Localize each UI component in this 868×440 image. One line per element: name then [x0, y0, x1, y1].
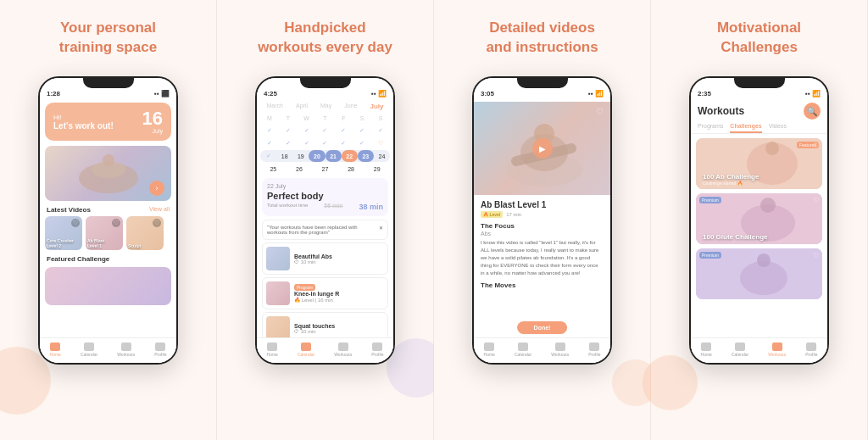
workouts-page-title: Workouts — [698, 105, 744, 117]
workouts-tabs: Programs Challenges Videos — [691, 123, 827, 134]
challenge-card-2[interactable]: Premium ♡ 100 Glute Challenge — [696, 193, 822, 244]
cal-cell-3-1 — [260, 150, 276, 162]
thumb-label-3: Sculpt — [128, 243, 141, 248]
search-button[interactable]: 🔍 — [804, 103, 821, 120]
cal-cell-3-8: 24 — [374, 150, 390, 162]
video-thumb-2[interactable]: ♡ Ab BlastLevel 1 — [86, 216, 123, 250]
nav-calendar-label-4: Calendar — [732, 352, 748, 357]
nav-workouts-1[interactable]: Workouts — [117, 343, 135, 357]
done-button[interactable]: Done! — [517, 321, 568, 334]
nav-home-label-4: Home — [701, 352, 712, 357]
tab-programs[interactable]: Programs — [698, 123, 723, 133]
month-june[interactable]: June — [344, 103, 357, 110]
month-july[interactable]: July — [370, 103, 383, 110]
play-button[interactable]: ▶ — [532, 138, 553, 159]
day-s2: S — [372, 112, 389, 124]
cal-cell-1-5 — [335, 125, 352, 136]
p1-header-left: Hi! Let's work out! — [53, 114, 114, 131]
cal-cell-4-1: 25 — [264, 163, 281, 175]
signal-icons-1: ▪▪ ⬛ — [154, 90, 170, 97]
panel-motivational-challenges: Motivational Challenges 2:35 ▪▪ 📶 Workou… — [651, 0, 868, 440]
month-may[interactable]: May — [320, 103, 331, 110]
workouts-header: Workouts 🔍 — [691, 99, 827, 123]
close-notification-icon[interactable]: ✕ — [379, 225, 383, 231]
month-april[interactable]: April — [296, 103, 308, 110]
heart-icon-1[interactable]: ♡ — [71, 219, 80, 227]
phone-screen-4: 2:35 ▪▪ 📶 Workouts 🔍 Programs Challenges… — [691, 78, 827, 363]
challenge-heart-1[interactable]: ♡ — [813, 142, 819, 149]
signal-icons-3: ▪▪ 📶 — [588, 90, 604, 97]
cal-cell-3-6[interactable]: 22 — [342, 150, 358, 162]
cal-cell-2-4 — [316, 137, 333, 149]
cal-cell-2-3 — [298, 137, 315, 149]
nav-profile-label-1: Profile — [154, 352, 166, 357]
home-icon-1 — [50, 343, 60, 351]
day-s1: S — [353, 112, 370, 124]
video-heart-icon[interactable]: ♡ — [596, 107, 604, 116]
workout-detail-content: Ab Blast Level 1 🔥 Level 17 min The Focu… — [474, 195, 610, 294]
premium-badge-3: Premium — [699, 252, 721, 259]
nav-calendar-label-3: Calendar — [515, 352, 531, 357]
nav-home-2[interactable]: Home — [267, 343, 278, 357]
cal-cell-3-4[interactable]: 20 — [309, 150, 325, 162]
view-all-link[interactable]: View all — [149, 206, 170, 214]
challenge-heart-2[interactable]: ♡ — [813, 197, 819, 204]
nav-calendar-1[interactable]: Calendar — [81, 343, 97, 357]
nav-profile-1[interactable]: Profile — [154, 343, 166, 357]
tab-videos[interactable]: Videos — [769, 123, 787, 133]
cal-cell-1-1 — [261, 125, 278, 136]
nav-profile-3[interactable]: Profile — [588, 343, 600, 357]
challenge-card-3[interactable]: Premium ♡ — [696, 248, 822, 299]
challenge-heart-3[interactable]: ♡ — [813, 252, 819, 259]
cal-row-3: 18 19 20 21 22 23 24 — [260, 150, 390, 162]
notification-text: "Your workouts have been replaced with w… — [267, 225, 379, 235]
challenge-card-1[interactable]: Featured ♡ 100 Ab Challenge Challenge st… — [696, 138, 822, 189]
panel4-title: Motivational Challenges — [717, 19, 801, 63]
bottom-nav-2: Home Calendar Workouts Profile — [257, 337, 393, 363]
cal-day-labels: M T W T F S S — [260, 112, 390, 124]
p1-hero-image: › — [45, 146, 171, 201]
nav-home-1[interactable]: Home — [50, 343, 61, 357]
cal-cell-2-5 — [335, 137, 352, 149]
time-2: 4:25 — [264, 90, 277, 97]
challenge-card-2-info: 100 Glute Challenge — [703, 233, 767, 241]
phone-screen-3: 3:05 ▪▪ 📶 ▶ ♡ — [474, 78, 610, 363]
cal-cell-3-7[interactable]: 23 — [358, 150, 374, 162]
nav-calendar-4[interactable]: Calendar — [732, 343, 748, 357]
nav-calendar-2[interactable]: Calendar — [298, 343, 314, 357]
video-player: ▶ ♡ — [474, 102, 610, 195]
tab-challenges[interactable]: Challenges — [730, 123, 761, 133]
workout-duration-3: ⏱ 10 min — [294, 329, 335, 334]
nav-calendar-3[interactable]: Calendar — [515, 343, 531, 357]
workout-item-2[interactable]: Program Knee-in lunge R 🔥 Level | 16 min — [262, 277, 388, 309]
time-3: 3:05 — [481, 90, 494, 97]
nav-home-3[interactable]: Home — [484, 343, 495, 357]
cal-cell-1-2 — [280, 125, 297, 136]
nav-home-4[interactable]: Home — [701, 343, 712, 357]
cal-cell-4-4: 28 — [342, 163, 359, 175]
workout-item-1[interactable]: Beautiful Abs ⏱ 10 min — [262, 242, 388, 275]
workout-thumb-3 — [266, 316, 290, 340]
total-time-label: Total workout time — [267, 203, 308, 211]
home-icon-2 — [267, 343, 277, 351]
month-march[interactable]: March — [267, 103, 283, 110]
cal-cell-3-5[interactable]: 21 — [326, 150, 342, 162]
heart-icon-3[interactable]: ♡ — [153, 219, 161, 227]
arrow-button[interactable]: › — [149, 181, 164, 196]
heart-icon-2[interactable]: ♡ — [112, 219, 120, 227]
cal-cell-3-3: 19 — [292, 150, 309, 162]
time-row: Total workout time 56 min 38 min — [267, 203, 383, 211]
calendar-icon-1 — [84, 343, 94, 351]
day-t1: T — [280, 112, 297, 124]
nav-profile-4[interactable]: Profile — [805, 343, 817, 357]
workout-duration-2: 🔥 Level | 16 min — [294, 297, 339, 303]
nav-profile-label-4: Profile — [805, 352, 817, 357]
nav-workouts-3[interactable]: Workouts — [551, 343, 569, 357]
p1-header: Hi! Let's work out! 16 July — [45, 103, 171, 141]
video-thumb-3[interactable]: ♡ Sculpt — [126, 216, 164, 250]
video-thumb-1[interactable]: ♡ Core CrusherLevel 2 — [45, 216, 82, 250]
nav-workouts-2[interactable]: Workouts — [334, 343, 352, 357]
workout-meta: 🔥 Level 17 min — [481, 211, 604, 218]
nav-workouts-4[interactable]: Workouts — [768, 343, 786, 357]
nav-profile-2[interactable]: Profile — [371, 343, 383, 357]
